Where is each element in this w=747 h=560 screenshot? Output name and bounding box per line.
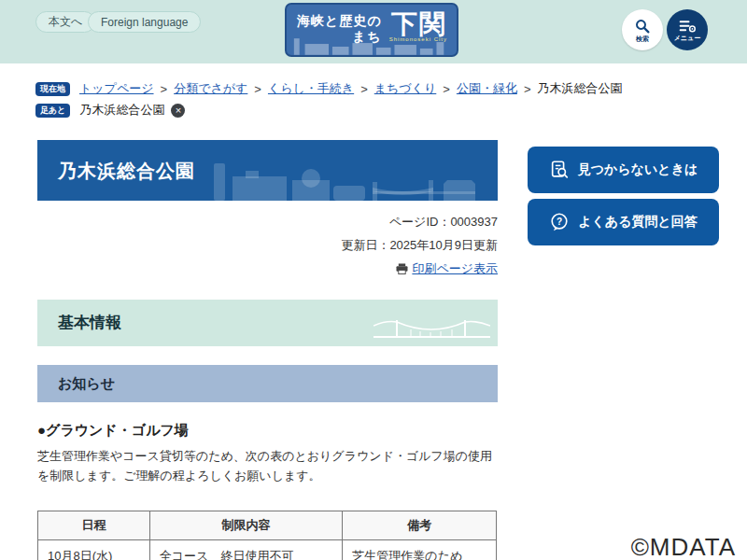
menu-icon: [678, 19, 697, 34]
header-band: 本文へ Foreign language 海峡と歴史の まち 下関 Shimon…: [0, 0, 747, 63]
cell-restriction: 全コース 終日使用不可: [149, 539, 343, 560]
faq-button[interactable]: ? よくある質問と回答: [528, 199, 719, 245]
breadcrumb-link-top[interactable]: トップページ: [79, 80, 154, 97]
column-header-remarks: 備考: [343, 511, 497, 539]
breadcrumb-link-category[interactable]: 分類でさがす: [174, 80, 247, 97]
logo-line1: 海峡と歴史の: [297, 13, 382, 30]
cell-date: 10月8日(水): [38, 539, 150, 560]
breadcrumb-separator: >: [524, 82, 531, 96]
page-title-banner: 乃木浜総合公園: [37, 140, 498, 201]
table-header-row: 日程 制限内容 備考: [38, 511, 497, 539]
watermark: ©MDATA: [631, 533, 736, 560]
svg-text:?: ?: [557, 217, 562, 227]
search-icon: [634, 18, 651, 35]
updated-date: 更新日：2025年10月9日更新: [37, 237, 498, 254]
print-page-link-label: 印刷ページ表示: [412, 260, 498, 277]
sidebar: 見つからないときは ? よくある質問と回答: [528, 147, 719, 251]
footprints-row: 足あと 乃木浜総合公園 ×: [35, 102, 185, 119]
document-search-icon: [549, 160, 570, 180]
foreign-language-button[interactable]: Foreign language: [88, 11, 201, 33]
footprint-item: 乃木浜総合公園: [79, 102, 164, 119]
logo-skyline-graphic: [287, 36, 457, 55]
breadcrumb-current-page: 乃木浜総合公園: [537, 80, 622, 97]
section-header-basic-info: 基本情報: [37, 300, 498, 346]
footprints-badge: 足あと: [35, 104, 70, 118]
breadcrumb: 現在地 トップページ > 分類でさがす > くらし・手続き > まちづくり > …: [35, 80, 622, 97]
notice-label: お知らせ: [37, 365, 498, 402]
breadcrumb-link-living[interactable]: くらし・手続き: [268, 80, 354, 97]
section-header-notice: お知らせ: [37, 365, 498, 402]
cannot-find-button-label: 見つからないときは: [578, 161, 698, 178]
breadcrumb-separator: >: [443, 82, 450, 96]
notice-paragraph: 芝生管理作業やコース貸切等のため、次の表のとおりグラウンド・ゴルフ場の使用を制限…: [37, 446, 498, 486]
search-button-label: 検索: [636, 35, 649, 42]
page-meta: ページID：0003937 更新日：2025年10月9日更新 印刷ページ表示: [37, 214, 498, 277]
current-location-badge: 現在地: [35, 82, 70, 96]
breadcrumb-separator: >: [161, 82, 168, 96]
faq-button-label: よくある質問と回答: [578, 214, 698, 231]
bridge-icon: [374, 316, 490, 344]
question-bubble-icon: ?: [549, 212, 570, 232]
print-page-link[interactable]: 印刷ページ表示: [396, 260, 498, 277]
breadcrumb-link-parks[interactable]: 公園・緑化: [457, 80, 517, 97]
banner-skyline-graphic: [208, 158, 498, 201]
ground-golf-heading: ●グラウンド・ゴルフ場: [37, 422, 498, 440]
column-header-date: 日程: [38, 511, 150, 539]
restriction-table: 日程 制限内容 備考 10月8日(水) 全コース 終日使用不可 芝生管理作業のた…: [37, 511, 497, 560]
cell-remarks: 芝生管理作業のため: [343, 539, 497, 560]
column-header-restriction: 制限内容: [149, 511, 343, 539]
menu-button-label: メニュー: [674, 35, 701, 41]
breadcrumb-link-machizukuri[interactable]: まちづくり: [374, 80, 437, 97]
printer-icon: [396, 263, 408, 274]
close-icon[interactable]: ×: [171, 104, 185, 118]
site-logo[interactable]: 海峡と歴史の まち 下関 Shimonoseki City: [285, 3, 458, 57]
breadcrumb-separator: >: [254, 82, 261, 96]
page-id: ページID：0003937: [37, 214, 498, 231]
cannot-find-button[interactable]: 見つからないときは: [528, 147, 719, 193]
main-content: 乃木浜総合公園 ページID：0003937 更新日：2025年10月9日更新: [37, 140, 498, 560]
skip-to-content-button[interactable]: 本文へ: [35, 11, 95, 33]
menu-button[interactable]: メニュー: [667, 9, 708, 50]
table-row: 10月8日(水) 全コース 終日使用不可 芝生管理作業のため: [38, 539, 497, 560]
breadcrumb-separator: >: [360, 82, 368, 96]
search-button[interactable]: 検索: [622, 9, 663, 50]
